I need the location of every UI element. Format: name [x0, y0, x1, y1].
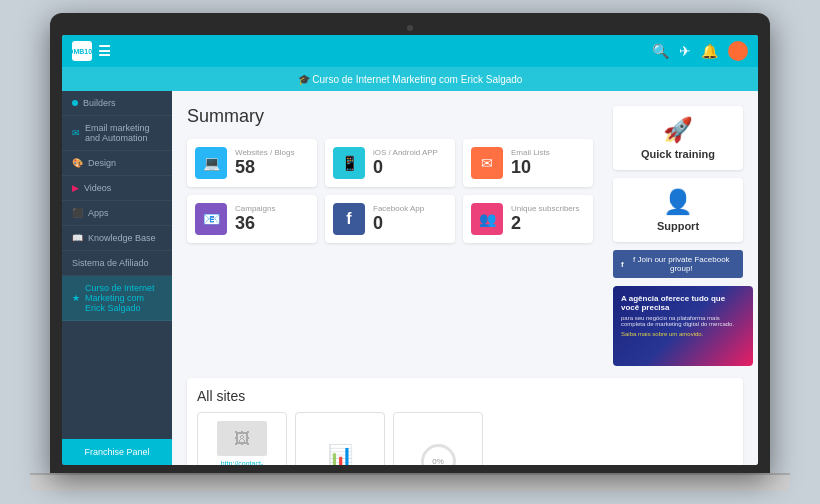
- main-content: Summary 💻 Websites / Blogs 58: [172, 91, 758, 465]
- sidebar-item-videos[interactable]: ▶ Videos: [62, 176, 172, 201]
- summary-grid: 💻 Websites / Blogs 58 📱: [187, 139, 593, 243]
- sidebar-item-knowledge[interactable]: 📖 Knowledge Base: [62, 226, 172, 251]
- avatar[interactable]: [728, 41, 748, 61]
- send-icon[interactable]: ✈: [679, 43, 691, 59]
- sidebar: Builders ✉ Email marketing and Automatio…: [62, 91, 172, 465]
- right-panel: 🚀 Quick training 👤 Support f f Join our …: [603, 106, 743, 366]
- summary-section: Summary 💻 Websites / Blogs 58: [187, 106, 593, 243]
- all-sites-section: All sites 🖼 http://contact-4.omb10.com/B…: [187, 378, 743, 465]
- conversions-card: 📊 0 Conversions: [295, 412, 385, 465]
- support-icon: 👤: [623, 188, 733, 216]
- summary-card-email: ✉ Email Lists 10: [463, 139, 593, 187]
- facebook-btn-icon: f: [621, 260, 624, 269]
- sidebar-item-affiliate[interactable]: Sistema de Afiliado: [62, 251, 172, 276]
- site-card: 🖼 http://contact-4.omb10.com/BuilderAll-…: [197, 412, 287, 465]
- summary-card-facebook: f Facebook App 0: [325, 195, 455, 243]
- hamburger-icon[interactable]: ☰: [98, 43, 111, 59]
- sidebar-item-design[interactable]: 🎨 Design: [62, 151, 172, 176]
- logo-icon: OMB100: [72, 41, 92, 61]
- summary-card-subscribers: 👥 Unique subscribers 2: [463, 195, 593, 243]
- ios-icon: 📱: [333, 147, 365, 179]
- bell-icon[interactable]: 🔔: [701, 43, 718, 59]
- summary-card-ios: 📱 iOS / Android APP 0: [325, 139, 455, 187]
- facebook-group-button[interactable]: f f Join our private Facebook group!: [613, 250, 743, 278]
- subscribers-icon: 👥: [471, 203, 503, 235]
- facebook-icon: f: [333, 203, 365, 235]
- summary-title: Summary: [187, 106, 593, 127]
- quick-training-icon: 🚀: [623, 116, 733, 144]
- top-bar-right: 🔍 ✈ 🔔: [652, 41, 748, 61]
- top-bar: OMB100 ☰ 🔍 ✈ 🔔: [62, 35, 758, 67]
- summary-card-campaigns: 📧 Campaigns 36: [187, 195, 317, 243]
- campaigns-icon: 📧: [195, 203, 227, 235]
- franchise-panel-button[interactable]: Franchise Panel: [62, 439, 172, 465]
- progress-card: 0%: [393, 412, 483, 465]
- logo: OMB100 ☰: [72, 41, 111, 61]
- sidebar-item-email-marketing[interactable]: ✉ Email marketing and Automation: [62, 116, 172, 151]
- notification-text: 🎓 Curso de Internet Marketing com Erick …: [298, 74, 523, 85]
- sidebar-item-builders[interactable]: Builders: [62, 91, 172, 116]
- site-thumbnail: 🖼: [217, 421, 267, 456]
- circle-progress: 0%: [421, 444, 456, 466]
- websites-icon: 💻: [195, 147, 227, 179]
- sidebar-item-apps[interactable]: ⬛ Apps: [62, 201, 172, 226]
- sites-grid: 🖼 http://contact-4.omb10.com/BuilderAll-…: [197, 412, 733, 465]
- summary-card-websites: 💻 Websites / Blogs 58: [187, 139, 317, 187]
- email-icon: ✉: [471, 147, 503, 179]
- chart-icon: 📊: [328, 443, 353, 466]
- quick-training-card: 🚀 Quick training: [613, 106, 743, 170]
- sidebar-item-curso[interactable]: ★ Curso de Internet Marketing com Erick …: [62, 276, 172, 321]
- search-icon[interactable]: 🔍: [652, 43, 669, 59]
- support-card: 👤 Support: [613, 178, 743, 242]
- ad-banner: A agência oferece tudo que você precisa …: [613, 286, 753, 366]
- notification-bar: 🎓 Curso de Internet Marketing com Erick …: [62, 67, 758, 91]
- all-sites-title: All sites: [197, 388, 733, 404]
